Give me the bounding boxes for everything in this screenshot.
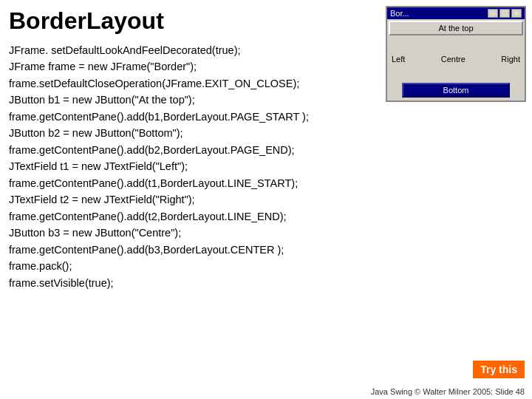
maximize-button[interactable]: □ [499,9,510,18]
code-line-5: frame.getContentPane().add(b1,BorderLayo… [9,109,523,125]
demo-titlebar: Bor... − □ × [387,7,525,19]
code-line-13: frame.getContentPane().add(b3,BorderLayo… [9,242,523,258]
centre-button[interactable]: Centre [409,37,497,81]
at-top-button[interactable]: At the top [389,21,523,35]
demo-content: At the top Left Centre Right Bottom [387,19,525,99]
demo-window: Bor... − □ × At the top Left Centre Righ… [386,6,526,102]
demo-bottom-row: Bottom [389,83,523,98]
code-line-10: JTextField t2 = new JTextField("Right"); [9,191,523,208]
code-line-14: frame.pack(); [9,258,523,274]
code-line-12: JButton b3 = new JButton("Centre"); [9,225,523,241]
demo-top-row: At the top [389,21,523,35]
right-label: Right [498,37,523,81]
close-button[interactable]: × [511,9,522,18]
code-line-15: frame.setVisible(true); [9,275,523,291]
demo-middle-row: Left Centre Right [389,37,523,81]
footer-text: Java Swing © Walter Milner 2005: Slide 4… [371,387,525,396]
minimize-button[interactable]: − [488,9,498,18]
code-line-7: frame.getContentPane().add(b2,BorderLayo… [9,142,523,158]
try-this-button[interactable]: Try this [473,361,525,378]
demo-window-title: Bor... [390,9,409,18]
code-line-6: JButton b2 = new JButton("Bottom"); [9,125,523,141]
code-line-9: frame.getContentPane().add(t1,BorderLayo… [9,175,523,191]
demo-window-controls[interactable]: − □ × [488,9,522,18]
left-label: Left [389,37,408,81]
code-line-8: JTextField t1 = new JTextField("Left"); [9,158,523,174]
code-line-11: frame.getContentPane().add(t2,BorderLayo… [9,208,523,225]
bottom-button[interactable]: Bottom [402,83,510,98]
